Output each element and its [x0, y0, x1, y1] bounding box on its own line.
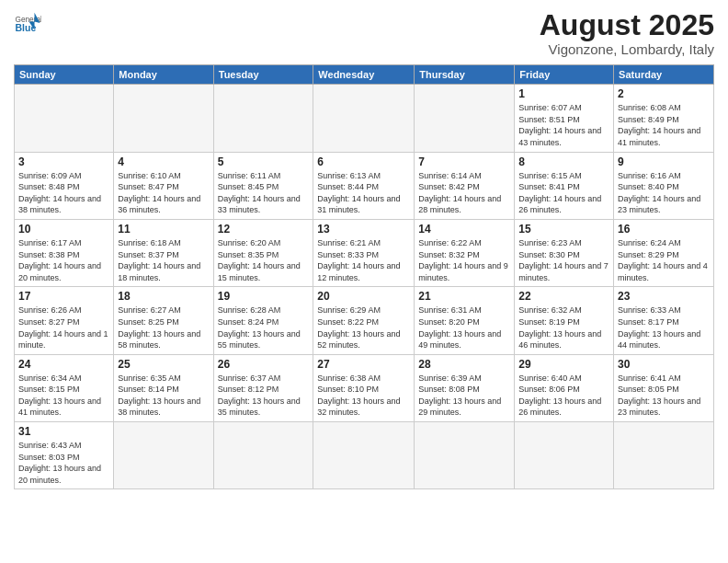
calendar-cell: 8Sunrise: 6:15 AM Sunset: 8:41 PM Daylig… — [515, 152, 614, 219]
day-number: 22 — [518, 290, 609, 303]
header-thursday: Thursday — [415, 65, 515, 85]
day-info: Sunrise: 6:22 AM Sunset: 8:32 PM Dayligh… — [418, 237, 510, 283]
day-info: Sunrise: 6:21 AM Sunset: 8:33 PM Dayligh… — [317, 237, 410, 283]
calendar-cell: 26Sunrise: 6:37 AM Sunset: 8:12 PM Dayli… — [213, 354, 313, 421]
day-info: Sunrise: 6:15 AM Sunset: 8:41 PM Dayligh… — [518, 170, 609, 216]
logo-icon: General Blue — [14, 9, 41, 37]
calendar-cell — [614, 422, 714, 489]
calendar-cell: 1Sunrise: 6:07 AM Sunset: 8:51 PM Daylig… — [515, 85, 614, 152]
calendar-cell: 25Sunrise: 6:35 AM Sunset: 8:14 PM Dayli… — [114, 354, 213, 421]
day-info: Sunrise: 6:24 AM Sunset: 8:29 PM Dayligh… — [618, 237, 710, 283]
calendar-cell: 24Sunrise: 6:34 AM Sunset: 8:15 PM Dayli… — [15, 354, 114, 421]
day-info: Sunrise: 6:16 AM Sunset: 8:40 PM Dayligh… — [618, 170, 710, 216]
calendar-cell: 6Sunrise: 6:13 AM Sunset: 8:44 PM Daylig… — [313, 152, 415, 219]
day-info: Sunrise: 6:08 AM Sunset: 8:49 PM Dayligh… — [618, 102, 710, 148]
calendar-cell: 23Sunrise: 6:33 AM Sunset: 8:17 PM Dayli… — [614, 287, 714, 354]
calendar-cell — [313, 85, 415, 152]
calendar-cell: 15Sunrise: 6:23 AM Sunset: 8:30 PM Dayli… — [515, 219, 614, 286]
day-info: Sunrise: 6:39 AM Sunset: 8:08 PM Dayligh… — [418, 373, 510, 419]
calendar-cell: 29Sunrise: 6:40 AM Sunset: 8:06 PM Dayli… — [515, 354, 614, 421]
day-info: Sunrise: 6:29 AM Sunset: 8:22 PM Dayligh… — [317, 304, 410, 350]
calendar-cell — [415, 85, 515, 152]
day-number: 27 — [317, 358, 410, 371]
calendar-cell: 30Sunrise: 6:41 AM Sunset: 8:05 PM Dayli… — [614, 354, 714, 421]
day-number: 24 — [18, 358, 109, 371]
day-number: 18 — [118, 290, 209, 303]
day-number: 8 — [518, 155, 609, 168]
day-info: Sunrise: 6:11 AM Sunset: 8:45 PM Dayligh… — [218, 170, 310, 216]
day-number: 10 — [18, 223, 109, 236]
day-number: 3 — [18, 155, 109, 168]
calendar-cell — [515, 422, 614, 489]
day-number: 23 — [618, 290, 710, 303]
calendar-week-5: 31Sunrise: 6:43 AM Sunset: 8:03 PM Dayli… — [15, 422, 714, 489]
calendar-week-0: 1Sunrise: 6:07 AM Sunset: 8:51 PM Daylig… — [15, 85, 714, 152]
calendar-week-1: 3Sunrise: 6:09 AM Sunset: 8:48 PM Daylig… — [15, 152, 714, 219]
calendar-cell: 9Sunrise: 6:16 AM Sunset: 8:40 PM Daylig… — [614, 152, 714, 219]
header-sunday: Sunday — [15, 65, 114, 85]
day-number: 19 — [218, 290, 310, 303]
day-number: 7 — [418, 155, 510, 168]
day-number: 5 — [218, 155, 310, 168]
calendar-cell — [213, 422, 313, 489]
header-saturday: Saturday — [614, 65, 714, 85]
day-number: 25 — [118, 358, 209, 371]
header-tuesday: Tuesday — [213, 65, 313, 85]
header-monday: Monday — [114, 65, 213, 85]
day-info: Sunrise: 6:41 AM Sunset: 8:05 PM Dayligh… — [618, 373, 710, 419]
day-number: 30 — [618, 358, 710, 371]
day-info: Sunrise: 6:28 AM Sunset: 8:24 PM Dayligh… — [218, 304, 310, 350]
weekday-header-row: Sunday Monday Tuesday Wednesday Thursday… — [15, 65, 714, 85]
day-info: Sunrise: 6:38 AM Sunset: 8:10 PM Dayligh… — [317, 373, 410, 419]
calendar-cell: 11Sunrise: 6:18 AM Sunset: 8:37 PM Dayli… — [114, 219, 213, 286]
day-number: 2 — [618, 87, 710, 100]
day-number: 31 — [18, 425, 109, 438]
day-info: Sunrise: 6:35 AM Sunset: 8:14 PM Dayligh… — [118, 373, 209, 419]
day-info: Sunrise: 6:40 AM Sunset: 8:06 PM Dayligh… — [518, 373, 609, 419]
calendar-cell — [213, 85, 313, 152]
day-info: Sunrise: 6:32 AM Sunset: 8:19 PM Dayligh… — [518, 304, 609, 350]
calendar-cell: 10Sunrise: 6:17 AM Sunset: 8:38 PM Dayli… — [15, 219, 114, 286]
day-number: 14 — [418, 223, 510, 236]
day-number: 9 — [618, 155, 710, 168]
day-number: 12 — [218, 223, 310, 236]
day-number: 20 — [317, 290, 410, 303]
header: General Blue August 2025 Vigonzone, Lomb… — [14, 9, 714, 57]
calendar-cell — [313, 422, 415, 489]
day-info: Sunrise: 6:33 AM Sunset: 8:17 PM Dayligh… — [618, 304, 710, 350]
calendar-cell: 2Sunrise: 6:08 AM Sunset: 8:49 PM Daylig… — [614, 85, 714, 152]
day-number: 17 — [18, 290, 109, 303]
logo: General Blue — [14, 9, 41, 37]
calendar-cell — [114, 422, 213, 489]
day-info: Sunrise: 6:07 AM Sunset: 8:51 PM Dayligh… — [518, 102, 609, 148]
header-friday: Friday — [515, 65, 614, 85]
day-info: Sunrise: 6:27 AM Sunset: 8:25 PM Dayligh… — [118, 304, 209, 350]
day-number: 29 — [518, 358, 609, 371]
day-info: Sunrise: 6:37 AM Sunset: 8:12 PM Dayligh… — [218, 373, 310, 419]
day-info: Sunrise: 6:17 AM Sunset: 8:38 PM Dayligh… — [18, 237, 109, 283]
calendar-cell: 22Sunrise: 6:32 AM Sunset: 8:19 PM Dayli… — [515, 287, 614, 354]
calendar-cell: 4Sunrise: 6:10 AM Sunset: 8:47 PM Daylig… — [114, 152, 213, 219]
day-info: Sunrise: 6:09 AM Sunset: 8:48 PM Dayligh… — [18, 170, 109, 216]
day-info: Sunrise: 6:13 AM Sunset: 8:44 PM Dayligh… — [317, 170, 410, 216]
day-number: 21 — [418, 290, 510, 303]
title-block: August 2025 Vigonzone, Lombardy, Italy — [540, 9, 714, 57]
day-info: Sunrise: 6:31 AM Sunset: 8:20 PM Dayligh… — [418, 304, 510, 350]
day-info: Sunrise: 6:20 AM Sunset: 8:35 PM Dayligh… — [218, 237, 310, 283]
calendar-cell — [415, 422, 515, 489]
day-number: 15 — [518, 223, 609, 236]
calendar-cell — [15, 85, 114, 152]
day-info: Sunrise: 6:18 AM Sunset: 8:37 PM Dayligh… — [118, 237, 209, 283]
calendar-cell: 7Sunrise: 6:14 AM Sunset: 8:42 PM Daylig… — [415, 152, 515, 219]
calendar-cell: 18Sunrise: 6:27 AM Sunset: 8:25 PM Dayli… — [114, 287, 213, 354]
calendar-cell: 17Sunrise: 6:26 AM Sunset: 8:27 PM Dayli… — [15, 287, 114, 354]
day-info: Sunrise: 6:26 AM Sunset: 8:27 PM Dayligh… — [18, 304, 109, 350]
calendar-cell: 12Sunrise: 6:20 AM Sunset: 8:35 PM Dayli… — [213, 219, 313, 286]
calendar-cell: 20Sunrise: 6:29 AM Sunset: 8:22 PM Dayli… — [313, 287, 415, 354]
header-wednesday: Wednesday — [313, 65, 415, 85]
calendar-cell: 21Sunrise: 6:31 AM Sunset: 8:20 PM Dayli… — [415, 287, 515, 354]
calendar-week-4: 24Sunrise: 6:34 AM Sunset: 8:15 PM Dayli… — [15, 354, 714, 421]
calendar-week-2: 10Sunrise: 6:17 AM Sunset: 8:38 PM Dayli… — [15, 219, 714, 286]
day-number: 16 — [618, 223, 710, 236]
day-info: Sunrise: 6:10 AM Sunset: 8:47 PM Dayligh… — [118, 170, 209, 216]
